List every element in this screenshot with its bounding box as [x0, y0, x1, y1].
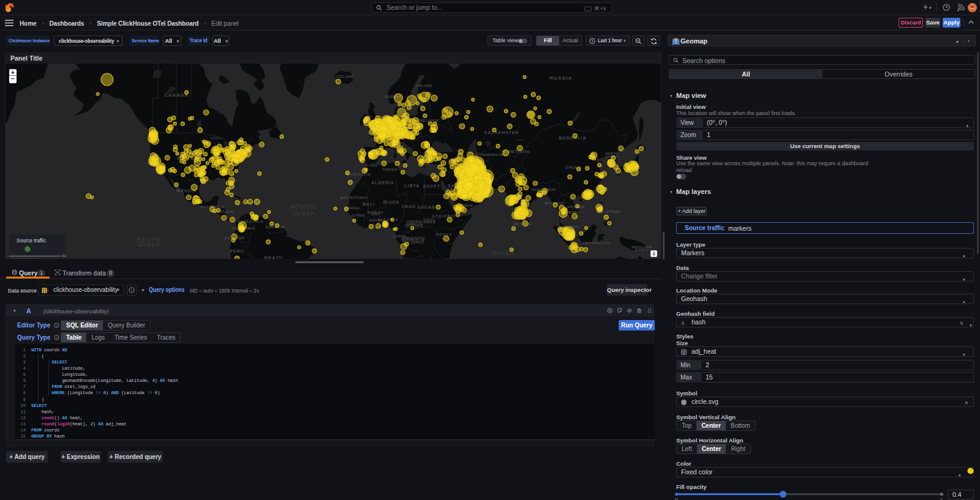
svg-text:RUSSIA: RUSSIA	[549, 75, 572, 81]
svg-text:EGYPT: EGYPT	[423, 184, 440, 188]
svg-text:Atlantic: Atlantic	[290, 203, 318, 210]
svg-text:BRAZIL: BRAZIL	[265, 256, 285, 259]
svg-text:ICELAND: ICELAND	[336, 75, 353, 78]
svg-text:LIBYA: LIBYA	[405, 184, 420, 188]
svg-text:A: A	[680, 321, 685, 326]
svg-text:KAZAKHSTAN: KAZAKHSTAN	[484, 130, 519, 135]
svg-text:GABON: GABON	[394, 234, 407, 238]
svg-text:NIGERIA: NIGERIA	[378, 218, 398, 222]
svg-text:TURKMENISTAN: TURKMENISTAN	[475, 153, 506, 157]
svg-text:SUDAN: SUDAN	[423, 220, 435, 224]
svg-text:CHAD: CHAD	[401, 204, 416, 209]
svg-text:Ocean: Ocean	[138, 241, 160, 248]
svg-text:KENYA: KENYA	[436, 233, 452, 236]
svg-text:GUINEA: GUINEA	[635, 248, 649, 252]
svg-text:PERU: PERU	[230, 249, 244, 253]
svg-text:SUDAN: SUDAN	[417, 205, 435, 209]
svg-text:INDONESIA: INDONESIA	[583, 241, 610, 245]
svg-text:REPUBLIC: REPUBLIC	[406, 224, 424, 228]
svg-text:GUINEA: GUINEA	[352, 214, 365, 217]
svg-text:MAURITANIA: MAURITANIA	[341, 196, 368, 200]
svg-text:Ocean: Ocean	[293, 210, 315, 217]
svg-text:ETHIOPIA: ETHIOPIA	[432, 214, 456, 218]
svg-text:FINLAND: FINLAND	[415, 84, 432, 88]
svg-text:MOROCCO: MOROCCO	[347, 173, 371, 176]
svg-text:MALI: MALI	[363, 202, 375, 206]
svg-text:ALGERIA: ALGERIA	[371, 181, 394, 185]
svg-text:TUNISIA: TUNISIA	[382, 168, 398, 171]
svg-text:NIGER: NIGER	[383, 200, 400, 204]
svg-text:FASO: FASO	[371, 212, 380, 216]
